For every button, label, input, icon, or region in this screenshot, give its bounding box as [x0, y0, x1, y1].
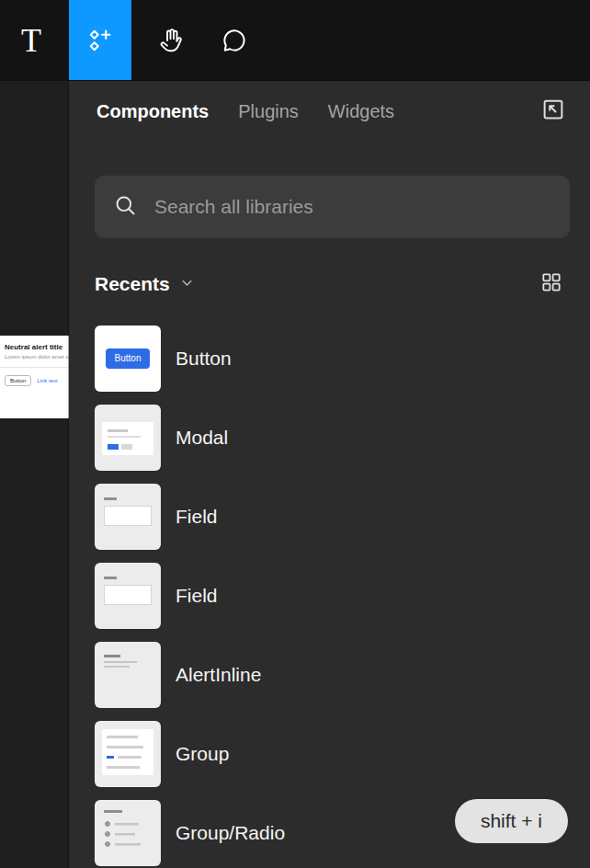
arrow-up-left-square-icon: [539, 96, 567, 127]
component-thumbnail: [95, 405, 161, 471]
canvas-card-link: Link text: [37, 378, 57, 383]
list-item-alertinline[interactable]: AlertInline: [95, 642, 564, 708]
list-item-button[interactable]: Button Button: [95, 326, 564, 392]
text-tool-icon: T: [21, 21, 41, 60]
shortcut-hint-badge: shift + i: [455, 799, 568, 843]
assets-panel: Components Plugins Widgets Recents: [69, 80, 590, 868]
component-label: Field: [176, 506, 218, 528]
tab-components[interactable]: Components: [96, 101, 209, 122]
list-item-group[interactable]: Group: [95, 721, 564, 787]
component-thumbnail: [95, 721, 161, 787]
search-bar: [95, 176, 570, 238]
tab-widgets[interactable]: Widgets: [328, 101, 394, 122]
arrow-up-left-square-button[interactable]: [537, 95, 570, 128]
recents-title: Recents: [95, 273, 170, 295]
component-label: Button: [176, 348, 232, 370]
grid-view-button[interactable]: [535, 268, 568, 301]
canvas-card-title: Neutral alert title: [5, 343, 65, 351]
component-label: Group: [176, 743, 229, 765]
list-item-field[interactable]: Field: [95, 484, 564, 550]
canvas-area: Neutral alert title Lorem ipsum dolor am…: [0, 80, 69, 868]
canvas-card-divider: [0, 367, 69, 368]
canvas-alert-card: Neutral alert title Lorem ipsum dolor am…: [0, 336, 69, 418]
canvas-card-body: Lorem ipsum dolor amet consec: [5, 354, 65, 360]
chevron-down-icon: [179, 275, 195, 294]
top-toolbar: T: [0, 0, 590, 80]
search-icon: [113, 193, 138, 222]
hand-tool-button[interactable]: [141, 0, 203, 80]
list-item-field-2[interactable]: Field: [95, 563, 564, 629]
component-thumbnail: [95, 563, 161, 629]
hand-icon: [158, 27, 186, 54]
canvas-card-button: Button: [5, 375, 31, 386]
component-thumbnail: [95, 484, 161, 550]
component-thumbnail: Button: [95, 326, 161, 392]
list-item-modal[interactable]: Modal: [95, 405, 564, 471]
component-thumbnail: [95, 642, 161, 708]
thumbnail-button-label: Button: [106, 348, 151, 369]
component-label: Group/Radio: [176, 822, 285, 844]
component-label: Field: [176, 585, 218, 607]
recents-list: Button Button Modal Field Field AlertInl…: [69, 326, 590, 868]
recents-toggle[interactable]: Recents: [95, 273, 535, 295]
recents-section-row: Recents: [95, 268, 568, 301]
panel-tabs: Components Plugins Widgets: [96, 101, 537, 122]
grid-view-icon: [539, 270, 563, 298]
comment-tool-button[interactable]: [203, 0, 266, 80]
components-icon: [86, 27, 114, 54]
panel-header: Components Plugins Widgets: [69, 81, 590, 142]
tab-plugins[interactable]: Plugins: [238, 101, 299, 122]
component-label: Modal: [176, 427, 228, 449]
components-tool-button[interactable]: [69, 0, 131, 80]
component-thumbnail: [95, 800, 161, 866]
component-label: AlertInline: [176, 664, 261, 686]
search-input[interactable]: [153, 195, 551, 219]
text-tool-button[interactable]: T: [0, 0, 62, 80]
comment-bubble-icon: [221, 27, 248, 54]
